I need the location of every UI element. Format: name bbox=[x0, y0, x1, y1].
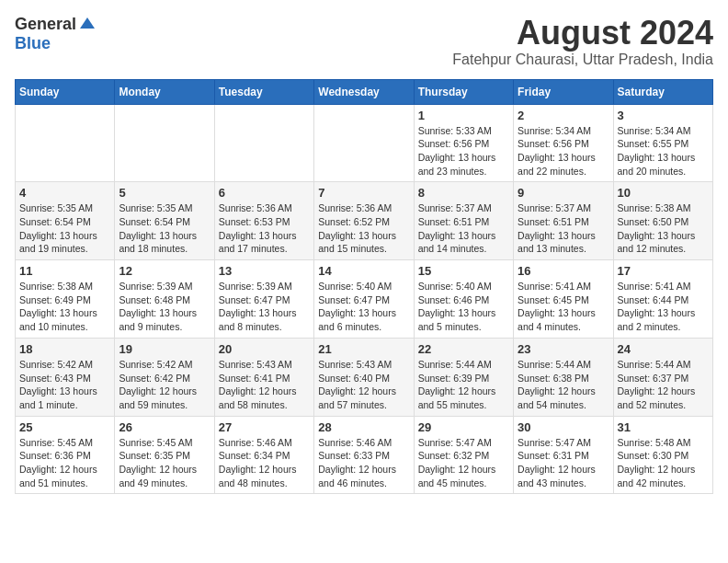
day-number: 26 bbox=[119, 420, 210, 434]
day-number: 20 bbox=[219, 342, 310, 356]
day-number: 25 bbox=[19, 420, 110, 434]
day-info: Sunrise: 5:39 AMSunset: 6:47 PMDaylight:… bbox=[219, 280, 310, 334]
day-number: 29 bbox=[418, 420, 509, 434]
calendar-cell: 14Sunrise: 5:40 AMSunset: 6:47 PMDayligh… bbox=[314, 260, 414, 339]
day-number: 22 bbox=[418, 342, 509, 356]
day-info: Sunrise: 5:38 AMSunset: 6:50 PMDaylight:… bbox=[618, 201, 709, 256]
day-number: 21 bbox=[318, 342, 409, 356]
day-number: 17 bbox=[618, 264, 709, 278]
title-area: August 2024 Fatehpur Chaurasi, Uttar Pra… bbox=[452, 15, 713, 68]
page-header: General Blue August 2024 Fatehpur Chaura… bbox=[15, 15, 713, 68]
calendar-cell: 29Sunrise: 5:47 AMSunset: 6:32 PMDayligh… bbox=[414, 416, 513, 494]
logo-blue-text: Blue bbox=[15, 34, 51, 52]
day-number: 11 bbox=[19, 264, 110, 278]
calendar-cell: 4Sunrise: 5:35 AMSunset: 6:54 PMDaylight… bbox=[16, 182, 115, 260]
calendar-cell: 16Sunrise: 5:41 AMSunset: 6:45 PMDayligh… bbox=[514, 260, 613, 339]
day-info: Sunrise: 5:36 AMSunset: 6:53 PMDaylight:… bbox=[219, 201, 310, 256]
calendar-cell: 6Sunrise: 5:36 AMSunset: 6:53 PMDaylight… bbox=[214, 182, 313, 260]
day-info: Sunrise: 5:34 AMSunset: 6:55 PMDaylight:… bbox=[618, 124, 709, 178]
calendar-cell: 10Sunrise: 5:38 AMSunset: 6:50 PMDayligh… bbox=[613, 182, 712, 260]
day-number: 5 bbox=[119, 186, 210, 200]
logo-triangle-icon bbox=[80, 16, 95, 34]
calendar-cell: 19Sunrise: 5:42 AMSunset: 6:42 PMDayligh… bbox=[115, 338, 214, 416]
day-number: 30 bbox=[518, 420, 609, 434]
calendar-cell: 22Sunrise: 5:44 AMSunset: 6:39 PMDayligh… bbox=[414, 338, 513, 416]
day-info: Sunrise: 5:48 AMSunset: 6:30 PMDaylight:… bbox=[618, 436, 709, 490]
day-info: Sunrise: 5:37 AMSunset: 6:51 PMDaylight:… bbox=[418, 201, 509, 256]
calendar-cell: 30Sunrise: 5:47 AMSunset: 6:31 PMDayligh… bbox=[514, 416, 613, 494]
calendar-cell: 18Sunrise: 5:42 AMSunset: 6:43 PMDayligh… bbox=[16, 338, 115, 416]
day-number: 1 bbox=[418, 109, 509, 122]
day-info: Sunrise: 5:43 AMSunset: 6:41 PMDaylight:… bbox=[219, 358, 310, 412]
day-info: Sunrise: 5:40 AMSunset: 6:47 PMDaylight:… bbox=[318, 280, 409, 334]
logo: General Blue bbox=[15, 15, 95, 53]
calendar-cell: 17Sunrise: 5:41 AMSunset: 6:44 PMDayligh… bbox=[613, 260, 712, 339]
day-number: 8 bbox=[418, 186, 509, 200]
day-number: 19 bbox=[119, 342, 210, 356]
calendar-cell bbox=[115, 104, 214, 182]
day-number: 3 bbox=[618, 109, 709, 122]
weekday-header-thursday: Thursday bbox=[414, 79, 513, 104]
logo-general-text: General bbox=[15, 15, 76, 34]
day-info: Sunrise: 5:35 AMSunset: 6:54 PMDaylight:… bbox=[19, 201, 110, 256]
day-number: 6 bbox=[219, 186, 310, 200]
day-number: 15 bbox=[418, 264, 509, 278]
day-info: Sunrise: 5:43 AMSunset: 6:40 PMDaylight:… bbox=[318, 358, 409, 412]
calendar-cell: 13Sunrise: 5:39 AMSunset: 6:47 PMDayligh… bbox=[214, 260, 313, 339]
day-number: 4 bbox=[19, 186, 110, 200]
day-number: 18 bbox=[19, 342, 110, 356]
calendar-cell: 24Sunrise: 5:44 AMSunset: 6:37 PMDayligh… bbox=[613, 338, 712, 416]
calendar-cell bbox=[314, 104, 414, 182]
calendar-cell: 11Sunrise: 5:38 AMSunset: 6:49 PMDayligh… bbox=[16, 260, 115, 339]
location-title: Fatehpur Chaurasi, Uttar Pradesh, India bbox=[452, 52, 713, 68]
day-info: Sunrise: 5:35 AMSunset: 6:54 PMDaylight:… bbox=[119, 201, 210, 256]
svg-marker-0 bbox=[80, 17, 95, 29]
day-info: Sunrise: 5:34 AMSunset: 6:56 PMDaylight:… bbox=[518, 124, 609, 178]
day-info: Sunrise: 5:33 AMSunset: 6:56 PMDaylight:… bbox=[418, 124, 509, 178]
day-number: 28 bbox=[318, 420, 409, 434]
calendar-cell: 15Sunrise: 5:40 AMSunset: 6:46 PMDayligh… bbox=[414, 260, 513, 339]
calendar-cell: 27Sunrise: 5:46 AMSunset: 6:34 PMDayligh… bbox=[214, 416, 313, 494]
calendar-cell: 31Sunrise: 5:48 AMSunset: 6:30 PMDayligh… bbox=[613, 416, 712, 494]
day-number: 31 bbox=[618, 420, 709, 434]
day-number: 16 bbox=[518, 264, 609, 278]
day-info: Sunrise: 5:42 AMSunset: 6:43 PMDaylight:… bbox=[19, 358, 110, 412]
day-info: Sunrise: 5:36 AMSunset: 6:52 PMDaylight:… bbox=[318, 201, 409, 256]
day-number: 27 bbox=[219, 420, 310, 434]
weekday-header-sunday: Sunday bbox=[16, 79, 115, 104]
calendar-cell: 7Sunrise: 5:36 AMSunset: 6:52 PMDaylight… bbox=[314, 182, 414, 260]
day-info: Sunrise: 5:44 AMSunset: 6:39 PMDaylight:… bbox=[418, 358, 509, 412]
calendar-cell: 9Sunrise: 5:37 AMSunset: 6:51 PMDaylight… bbox=[514, 182, 613, 260]
calendar-cell: 23Sunrise: 5:44 AMSunset: 6:38 PMDayligh… bbox=[514, 338, 613, 416]
day-number: 10 bbox=[618, 186, 709, 200]
month-title: August 2024 bbox=[452, 15, 713, 52]
day-number: 7 bbox=[318, 186, 409, 200]
calendar-cell: 8Sunrise: 5:37 AMSunset: 6:51 PMDaylight… bbox=[414, 182, 513, 260]
day-number: 9 bbox=[518, 186, 609, 200]
calendar-cell: 2Sunrise: 5:34 AMSunset: 6:56 PMDaylight… bbox=[514, 104, 613, 182]
calendar-cell: 12Sunrise: 5:39 AMSunset: 6:48 PMDayligh… bbox=[115, 260, 214, 339]
day-info: Sunrise: 5:37 AMSunset: 6:51 PMDaylight:… bbox=[518, 201, 609, 256]
calendar-cell: 5Sunrise: 5:35 AMSunset: 6:54 PMDaylight… bbox=[115, 182, 214, 260]
day-number: 12 bbox=[119, 264, 210, 278]
calendar-cell: 25Sunrise: 5:45 AMSunset: 6:36 PMDayligh… bbox=[16, 416, 115, 494]
weekday-header-tuesday: Tuesday bbox=[214, 79, 313, 104]
calendar-cell: 3Sunrise: 5:34 AMSunset: 6:55 PMDaylight… bbox=[613, 104, 712, 182]
calendar-cell: 1Sunrise: 5:33 AMSunset: 6:56 PMDaylight… bbox=[414, 104, 513, 182]
weekday-header-wednesday: Wednesday bbox=[314, 79, 414, 104]
calendar-cell: 28Sunrise: 5:46 AMSunset: 6:33 PMDayligh… bbox=[314, 416, 414, 494]
day-info: Sunrise: 5:46 AMSunset: 6:33 PMDaylight:… bbox=[318, 436, 409, 490]
day-number: 24 bbox=[618, 342, 709, 356]
day-number: 23 bbox=[518, 342, 609, 356]
day-info: Sunrise: 5:41 AMSunset: 6:45 PMDaylight:… bbox=[518, 280, 609, 334]
weekday-header-saturday: Saturday bbox=[613, 79, 712, 104]
day-info: Sunrise: 5:45 AMSunset: 6:35 PMDaylight:… bbox=[119, 436, 210, 490]
calendar-cell: 20Sunrise: 5:43 AMSunset: 6:41 PMDayligh… bbox=[214, 338, 313, 416]
day-info: Sunrise: 5:44 AMSunset: 6:38 PMDaylight:… bbox=[518, 358, 609, 412]
day-info: Sunrise: 5:45 AMSunset: 6:36 PMDaylight:… bbox=[19, 436, 110, 490]
calendar-cell bbox=[214, 104, 313, 182]
day-info: Sunrise: 5:40 AMSunset: 6:46 PMDaylight:… bbox=[418, 280, 509, 334]
calendar-cell: 26Sunrise: 5:45 AMSunset: 6:35 PMDayligh… bbox=[115, 416, 214, 494]
calendar-cell bbox=[16, 104, 115, 182]
day-info: Sunrise: 5:38 AMSunset: 6:49 PMDaylight:… bbox=[19, 280, 110, 334]
